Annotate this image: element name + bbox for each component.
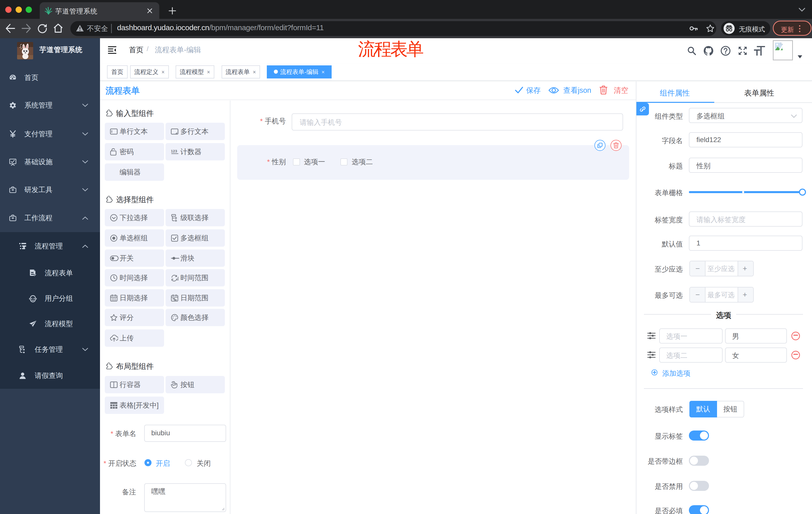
svg-text:123: 123 — [171, 149, 177, 153]
